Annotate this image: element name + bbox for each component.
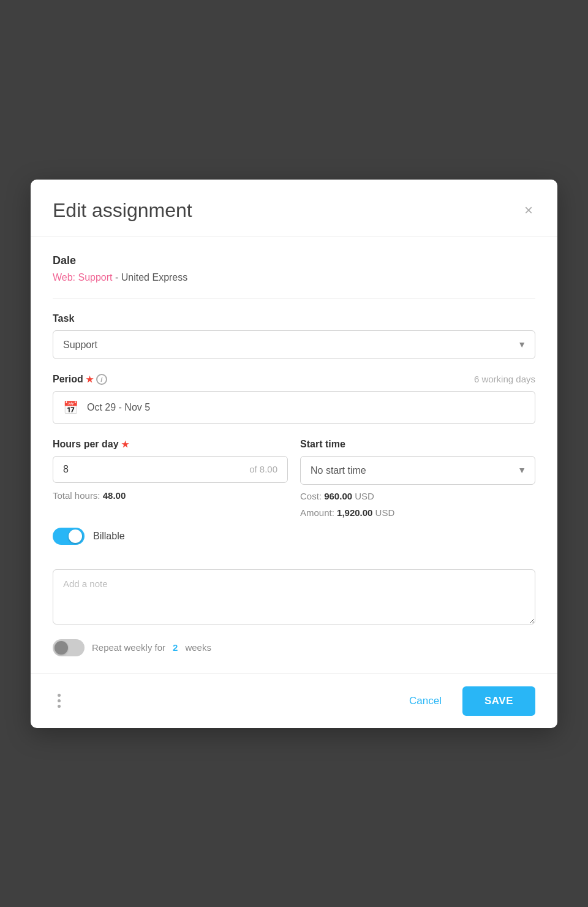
working-days-text: 6 working days <box>474 374 535 384</box>
modal-body: Dale Web: Support - United Express Task … <box>31 237 557 674</box>
dot-3 <box>58 705 61 708</box>
start-time-select[interactable]: No start time <box>301 457 535 484</box>
dot-1 <box>58 694 61 697</box>
company-name: United Express <box>121 272 188 283</box>
hours-per-day-col: Hours per day ★ of 8.00 Total hours: 48.… <box>53 439 288 518</box>
amount-currency: USD <box>375 507 395 518</box>
modal-footer: Cancel SAVE <box>31 674 557 728</box>
task-section: Task Support ▼ <box>53 313 535 359</box>
close-button[interactable]: × <box>522 200 535 220</box>
repeat-toggle-slider <box>53 639 85 656</box>
amount-row: Amount: 1,920.00 USD <box>300 507 535 518</box>
hours-starttime-row: Hours per day ★ of 8.00 Total hours: 48.… <box>53 439 535 518</box>
cancel-button[interactable]: Cancel <box>397 688 454 715</box>
project-separator: - <box>113 272 121 283</box>
total-hours-value: 48.00 <box>103 490 126 501</box>
hours-of-max: of 8.00 <box>249 464 277 474</box>
cost-currency: USD <box>355 491 374 501</box>
date-picker[interactable]: 📅 Oct 29 - Nov 5 <box>53 391 535 424</box>
cost-value: 960.00 <box>324 491 352 501</box>
save-button[interactable]: SAVE <box>462 686 535 716</box>
task-label: Task <box>53 313 535 324</box>
repeat-row: Repeat weekly for 2 weeks <box>53 639 535 656</box>
repeat-weeks-value: 2 <box>173 642 178 653</box>
person-name: Dale <box>53 254 535 267</box>
repeat-label-after: weeks <box>185 642 211 653</box>
hours-label: Hours per day ★ <box>53 439 288 450</box>
edit-assignment-modal: Edit assignment × Dale Web: Support - Un… <box>31 180 557 728</box>
billable-label: Billable <box>93 531 125 542</box>
footer-actions: Cancel SAVE <box>397 686 535 716</box>
period-section: Period ★ i 6 working days 📅 Oct 29 - Nov… <box>53 374 535 424</box>
repeat-toggle[interactable] <box>53 639 85 656</box>
more-options-button[interactable] <box>53 689 66 713</box>
modal-title: Edit assignment <box>53 199 192 222</box>
modal-header: Edit assignment × <box>31 180 557 237</box>
person-section: Dale Web: Support - United Express <box>53 254 535 298</box>
hours-input[interactable] <box>63 464 112 475</box>
cost-row: Cost: 960.00 USD <box>300 491 535 501</box>
date-range-text: Oct 29 - Nov 5 <box>87 402 150 413</box>
hours-input-wrapper: of 8.00 <box>53 456 288 483</box>
hours-required-star: ★ <box>121 439 129 449</box>
note-textarea[interactable] <box>53 569 535 624</box>
calendar-icon: 📅 <box>63 400 78 415</box>
toggle-slider <box>53 528 85 545</box>
task-select-wrapper[interactable]: Support ▼ <box>53 330 535 359</box>
required-star: ★ <box>86 374 94 384</box>
period-label-row: Period ★ i 6 working days <box>53 374 535 385</box>
billable-toggle[interactable] <box>53 528 85 545</box>
start-time-select-wrapper[interactable]: No start time ▼ <box>300 456 535 485</box>
info-icon[interactable]: i <box>96 374 107 385</box>
project-link[interactable]: Web: Support <box>53 272 113 283</box>
billable-row: Billable <box>53 518 535 555</box>
start-time-col: Start time No start time ▼ Cost: 960.00 … <box>300 439 535 518</box>
amount-value: 1,920.00 <box>337 507 372 518</box>
dot-2 <box>58 699 61 702</box>
repeat-label-before: Repeat weekly for <box>92 642 165 653</box>
task-select[interactable]: Support <box>53 331 535 359</box>
project-info: Web: Support - United Express <box>53 272 535 283</box>
start-time-label: Start time <box>300 439 535 450</box>
total-hours-row: Total hours: 48.00 <box>53 490 288 501</box>
